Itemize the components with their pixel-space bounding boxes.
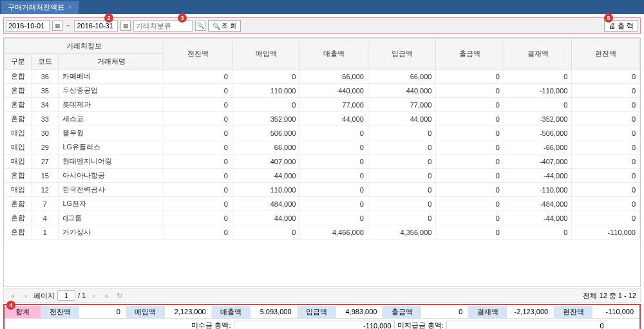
cell-current: 0: [572, 112, 640, 126]
cell-prev: 0: [164, 70, 232, 84]
badge-3: 3: [178, 14, 187, 23]
sum-w-v: 0: [421, 306, 468, 317]
tab-active[interactable]: 구매거래처잔액표 ×: [1, 1, 79, 14]
close-icon[interactable]: ×: [68, 4, 72, 11]
cell-code: 7: [32, 197, 59, 211]
date-to-input[interactable]: [74, 20, 118, 32]
cell-prev: 0: [164, 84, 232, 98]
cell-sale: 44,000: [300, 112, 368, 126]
cell-name: 가가상사: [59, 225, 164, 240]
cell-prev: 0: [164, 155, 232, 169]
sum-c-l: 현잔액: [554, 306, 592, 318]
cell-deposit: 0: [368, 169, 435, 183]
cell-gubun: 혼합: [5, 225, 32, 240]
sum-s-l: 매출액: [212, 306, 251, 318]
cell-prev: 0: [164, 126, 232, 140]
query-button[interactable]: 🔍조 회: [208, 20, 241, 32]
table-row[interactable]: 혼합 15 아시아나항공 0 44,000 0 0 0 -44,000 0: [5, 169, 640, 183]
calendar-icon[interactable]: ▦: [52, 21, 62, 31]
cell-gubun: 혼합: [5, 112, 32, 126]
tilde: ~: [66, 22, 70, 30]
cell-deposit: 66,000: [368, 70, 435, 84]
cell-deposit: 0: [368, 126, 435, 140]
first-page-icon[interactable]: «: [8, 290, 18, 301]
table-row[interactable]: 매입 27 현대엔지니어링 0 407,000 0 0 0 -407,000 0: [5, 155, 640, 169]
page-label: 페이지: [33, 291, 55, 301]
table-row[interactable]: 혼합 34 롯데제과 0 0 77,000 77,000 0 0 0: [5, 98, 640, 112]
cell-prev: 0: [164, 98, 232, 112]
cell-sale: 0: [300, 211, 368, 225]
table-row[interactable]: 혼합 33 세스코 0 352,000 44,000 44,000 0 -352…: [5, 112, 640, 126]
table-row[interactable]: 혼합 36 카페베네 0 0 66,000 66,000 0 0 0: [5, 70, 640, 84]
cell-prev: 0: [164, 197, 232, 211]
sum-b-l: 결재액: [468, 306, 507, 318]
next-page-icon[interactable]: ›: [88, 290, 99, 301]
cell-balance: 0: [504, 225, 571, 240]
toolbar: 2 3 5 ▦ ~ ▦ 🔍 🔍조 회 🖨출 력: [3, 17, 641, 34]
date-from-input[interactable]: [6, 20, 50, 32]
last-page-icon[interactable]: »: [101, 290, 111, 301]
receivable-value[interactable]: [234, 321, 395, 330]
cell-code: 33: [32, 112, 59, 126]
payable-label: 미지급금 총액:: [397, 321, 444, 329]
cell-name: 현대엔지니어링: [59, 155, 164, 169]
cell-purchase: 0: [232, 225, 299, 240]
cell-current: 0: [572, 84, 640, 98]
sum-prev-v: 0: [79, 306, 126, 317]
table-row[interactable]: 매입 12 한국전력공사 0 110,000 0 0 0 -110,000 0: [5, 183, 640, 197]
table-row[interactable]: 매입 29 LG유플러스 0 66,000 0 0 0 -66,000 0: [5, 140, 640, 155]
table-row[interactable]: 매입 30 풀무원 0 506,000 0 0 0 -506,000 0: [5, 126, 640, 140]
cell-purchase: 66,000: [232, 140, 299, 155]
sum-pu-v: 2,123,000: [165, 306, 212, 317]
table-row[interactable]: 혼합 35 두산중공업 0 110,000 440,000 440,000 0 …: [5, 84, 640, 98]
table-row[interactable]: 혼합 4 cj그룹 0 44,000 0 0 0 -44,000 0: [5, 211, 640, 225]
search-icon[interactable]: 🔍: [195, 21, 205, 31]
cell-deposit: 77,000: [368, 98, 435, 112]
col-balance[interactable]: 결재액: [504, 39, 571, 70]
cell-withdraw: 0: [436, 197, 504, 211]
cell-name: cj그룹: [59, 211, 164, 225]
page-input[interactable]: [57, 290, 75, 301]
table-row[interactable]: 혼합 1 가가상사 0 0 4,466,000 4,356,000 0 0 -1…: [5, 225, 640, 240]
badge-2: 2: [104, 14, 113, 23]
col-current[interactable]: 현잔액: [572, 39, 640, 70]
col-purchase[interactable]: 매입액: [232, 39, 299, 70]
cell-deposit: 4,356,000: [368, 225, 435, 240]
cell-sale: 66,000: [300, 70, 368, 84]
cell-prev: 0: [164, 225, 232, 240]
calendar-icon[interactable]: ▦: [120, 21, 131, 31]
cell-code: 29: [32, 140, 59, 155]
col-deposit[interactable]: 입금액: [368, 39, 435, 70]
col-withdraw[interactable]: 출금액: [436, 39, 504, 70]
cell-current: 0: [572, 98, 640, 112]
table-row[interactable]: 혼합 7 LG전자 0 484,000 0 0 0 -484,000 0: [5, 197, 640, 211]
refresh-icon[interactable]: ↻: [114, 290, 124, 301]
cell-name: 롯데제과: [59, 98, 164, 112]
sum-prev-l: 전잔액: [41, 306, 79, 318]
col-prev[interactable]: 전잔액: [164, 39, 232, 70]
cell-gubun: 혼합: [5, 211, 32, 225]
payable-value[interactable]: [446, 321, 607, 330]
cell-deposit: 0: [368, 155, 435, 169]
cell-sale: 0: [300, 197, 368, 211]
col-sale[interactable]: 매출액: [300, 39, 368, 70]
cell-current: 0: [572, 155, 640, 169]
cell-gubun: 매입: [5, 126, 32, 140]
cell-deposit: 440,000: [368, 84, 435, 98]
cell-balance: -66,000: [504, 140, 571, 155]
row-count: 전체 12 중 1 - 12: [583, 291, 636, 301]
cell-withdraw: 0: [436, 112, 504, 126]
cell-current: 0: [572, 70, 640, 84]
cell-gubun: 혼합: [5, 197, 32, 211]
col-name[interactable]: 거래처명: [59, 54, 164, 70]
col-code[interactable]: 코드: [32, 54, 59, 70]
receivable-label: 미수금 총액:: [191, 321, 231, 329]
cell-current: 0: [572, 126, 640, 140]
cell-balance: -352,000: [504, 112, 571, 126]
print-label: 출 력: [618, 21, 634, 31]
cell-current: 0: [572, 140, 640, 155]
prev-page-icon[interactable]: ‹: [21, 290, 31, 301]
col-group-vendor: 거래처정보: [5, 39, 164, 54]
col-gubun[interactable]: 구분: [5, 54, 32, 70]
cell-balance: -44,000: [504, 211, 571, 225]
